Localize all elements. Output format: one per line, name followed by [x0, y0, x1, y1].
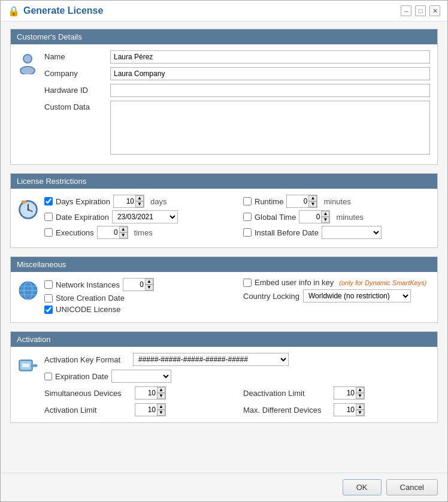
days-exp-spin-buttons: ▲ ▼	[135, 195, 144, 207]
network-instances-spinbox: ▲ ▼	[123, 278, 154, 291]
executions-decrement[interactable]: ▼	[119, 232, 128, 238]
expiration-date-checkbox[interactable]	[44, 373, 52, 380]
key-icon	[18, 353, 40, 416]
runtime-unit: minutes	[323, 197, 351, 206]
window-title: Generate License	[23, 5, 401, 16]
max-different-row: Max. Different Devices ▲ ▼	[243, 403, 430, 416]
misc-section: Miscellaneous	[10, 256, 438, 323]
ok-button[interactable]: OK	[343, 479, 382, 495]
runtime-spinbox: ▲ ▼	[286, 195, 317, 208]
simultaneous-increment[interactable]: ▲	[157, 387, 165, 393]
expiration-date-select[interactable]	[111, 370, 171, 383]
activation-limit-row: Activation Limit ▲ ▼	[44, 403, 231, 416]
embed-info-checkbox[interactable]	[243, 279, 252, 287]
days-exp-decrement[interactable]: ▼	[135, 201, 144, 207]
window-controls: – □ ✕	[401, 5, 440, 16]
deactivation-increment[interactable]: ▲	[356, 387, 364, 393]
days-exp-value[interactable]	[116, 197, 134, 205]
date-exp-label: Date Expiration	[56, 213, 109, 222]
title-bar: 🔒 Generate License – □ ✕	[1, 1, 447, 22]
date-exp-select[interactable]: 23/03/2021	[112, 210, 178, 223]
country-locking-label: Country Locking	[243, 292, 299, 301]
days-exp-row: Days Expiration ▲ ▼ days	[44, 195, 231, 208]
max-different-label: Max. Different Devices	[243, 406, 330, 415]
hardware-id-input[interactable]	[110, 84, 430, 97]
global-time-increment[interactable]: ▲	[321, 211, 329, 217]
executions-increment[interactable]: ▲	[119, 226, 128, 232]
network-instances-decrement[interactable]: ▼	[145, 285, 153, 291]
global-time-decrement[interactable]: ▼	[321, 217, 329, 223]
runtime-decrement[interactable]: ▼	[308, 201, 317, 207]
runtime-increment[interactable]: ▲	[308, 195, 317, 201]
country-locking-select[interactable]: Worldwide (no restriction)	[303, 289, 411, 303]
runtime-value[interactable]	[289, 197, 307, 205]
date-exp-checkbox[interactable]	[44, 213, 53, 221]
unicode-checkbox[interactable]	[44, 306, 53, 314]
activation-fields: Activation Key Format #####-#####-#####-…	[44, 353, 430, 416]
deactivation-row: Deactivation Limit ▲ ▼	[243, 386, 430, 400]
days-exp-checkbox[interactable]	[44, 197, 53, 205]
global-time-unit: minutes	[336, 213, 364, 222]
misc-left: Network Instances ▲ ▼	[44, 278, 231, 316]
max-different-decrement[interactable]: ▼	[356, 410, 364, 416]
executions-checkbox[interactable]	[44, 228, 53, 237]
global-time-checkbox[interactable]	[243, 213, 252, 221]
minimize-button[interactable]: –	[401, 5, 411, 16]
svg-rect-9	[22, 201, 26, 203]
name-input[interactable]	[110, 50, 430, 63]
network-instances-spin-buttons: ▲ ▼	[145, 279, 153, 291]
activation-limit-increment[interactable]: ▲	[157, 404, 165, 410]
key-format-select[interactable]: #####-#####-#####-#####-#####	[133, 353, 289, 366]
close-button[interactable]: ✕	[429, 5, 440, 16]
restrictions-section-header: License Restrictions	[11, 174, 437, 189]
runtime-spin-buttons: ▲ ▼	[308, 195, 317, 207]
name-row: Name	[44, 50, 430, 63]
install-before-checkbox[interactable]	[243, 228, 252, 237]
max-different-increment[interactable]: ▲	[356, 404, 364, 410]
deactivation-decrement[interactable]: ▼	[356, 393, 364, 399]
deactivation-spin-buttons: ▲ ▼	[356, 387, 364, 399]
misc-fields: Network Instances ▲ ▼	[44, 278, 430, 316]
svg-point-3	[21, 67, 34, 74]
executions-label: Executions	[56, 228, 94, 237]
days-exp-spinbox: ▲ ▼	[113, 195, 144, 208]
lock-icon: 🔒	[8, 5, 19, 16]
simultaneous-value[interactable]	[138, 389, 156, 397]
company-input[interactable]	[110, 67, 430, 80]
simultaneous-decrement[interactable]: ▼	[157, 393, 165, 399]
embed-info-row: Embed user info in key (only for Dynamic…	[243, 278, 430, 287]
activation-limit-value[interactable]	[138, 406, 156, 414]
global-time-spin-buttons: ▲ ▼	[321, 211, 329, 223]
simultaneous-spinbox: ▲ ▼	[135, 386, 166, 400]
dialog-content: Customer's Details Name	[1, 22, 447, 473]
days-unit: days	[150, 197, 167, 206]
maximize-button[interactable]: □	[415, 5, 426, 16]
max-different-value[interactable]	[337, 406, 355, 414]
svg-rect-18	[31, 365, 37, 367]
company-label: Company	[44, 67, 110, 80]
store-creation-checkbox[interactable]	[44, 294, 53, 303]
network-instances-increment[interactable]: ▲	[145, 279, 153, 285]
runtime-label: Runtime	[255, 197, 283, 206]
days-exp-label: Days Expiration	[56, 197, 110, 206]
global-time-value[interactable]	[302, 213, 320, 221]
custom-data-input[interactable]	[110, 101, 430, 155]
deactivation-spinbox: ▲ ▼	[334, 386, 365, 400]
network-instances-checkbox[interactable]	[44, 280, 53, 289]
cancel-button[interactable]: Cancel	[386, 479, 438, 495]
runtime-checkbox[interactable]	[243, 197, 252, 205]
misc-section-body: Network Instances ▲ ▼	[11, 272, 437, 322]
hardware-id-row: Hardware ID	[44, 84, 430, 97]
max-different-spinbox: ▲ ▼	[334, 403, 365, 416]
activation-limit-decrement[interactable]: ▼	[157, 410, 165, 416]
install-before-select[interactable]	[322, 226, 382, 239]
network-instances-value[interactable]	[126, 280, 144, 289]
executions-value[interactable]	[100, 228, 118, 237]
simultaneous-row: Simultaneous Devices ▲ ▼	[44, 386, 231, 400]
executions-spinbox: ▲ ▼	[97, 226, 128, 239]
network-instances-row: Network Instances ▲ ▼	[44, 278, 231, 291]
days-exp-increment[interactable]: ▲	[135, 195, 144, 201]
svg-point-2	[24, 55, 31, 62]
person-icon	[18, 50, 40, 158]
deactivation-value[interactable]	[337, 389, 355, 397]
